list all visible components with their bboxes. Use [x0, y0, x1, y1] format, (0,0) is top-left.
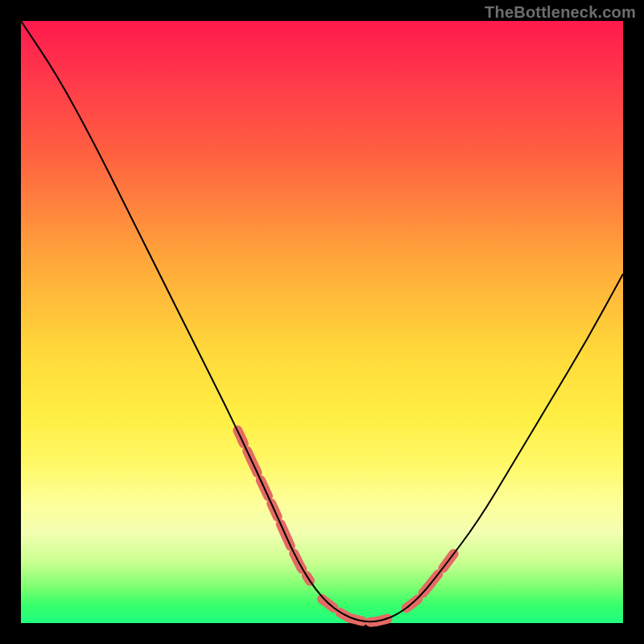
watermark-text: TheBottleneck.com — [485, 3, 636, 22]
highlight-segment — [322, 599, 394, 622]
bottleneck-curve — [21, 21, 623, 621]
curve-svg — [21, 21, 623, 623]
chart-container: TheBottleneck.com — [0, 0, 644, 644]
plot-area — [21, 21, 623, 623]
